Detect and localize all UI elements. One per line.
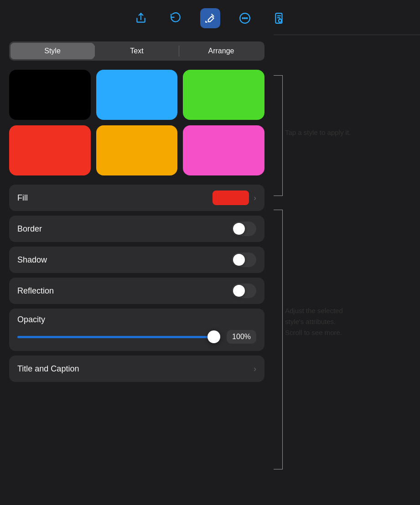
green-swatch[interactable]: [183, 70, 264, 120]
opacity-label: Opacity: [17, 315, 256, 325]
red-swatch[interactable]: [9, 125, 91, 175]
fill-color-swatch[interactable]: [213, 191, 249, 205]
border-toggle[interactable]: [232, 222, 256, 236]
properties-section: Fill › Border Shadow: [9, 185, 264, 304]
pink-swatch[interactable]: [183, 125, 264, 175]
blue-swatch[interactable]: [96, 70, 178, 120]
orange-swatch[interactable]: [96, 125, 178, 175]
reflection-right: [232, 283, 256, 298]
reflection-toggle[interactable]: [232, 283, 256, 298]
shadow-row[interactable]: Shadow: [9, 247, 264, 273]
tab-arrange[interactable]: Arrange: [179, 43, 263, 59]
reflection-toggle-knob: [233, 285, 245, 297]
title-caption-row[interactable]: Title and Caption ›: [9, 356, 264, 382]
tab-style[interactable]: Style: [10, 43, 94, 59]
black-swatch[interactable]: [9, 70, 91, 120]
shadow-right: [232, 252, 256, 267]
svg-point-4: [246, 18, 247, 19]
opacity-slider-track: [17, 336, 220, 338]
fill-right: ›: [213, 191, 256, 205]
title-caption-label: Title and Caption: [17, 364, 79, 374]
border-toggle-knob: [233, 223, 245, 235]
fill-label: Fill: [17, 193, 28, 203]
svg-point-3: [244, 18, 245, 19]
annotation-tap-style: Tap a style to apply it.: [285, 128, 351, 138]
border-label: Border: [17, 224, 42, 234]
title-caption-chevron-icon: ›: [254, 364, 256, 374]
fill-row[interactable]: Fill ›: [9, 185, 264, 211]
opacity-row: 100%: [17, 330, 256, 344]
bracket-properties: [274, 210, 283, 469]
format-button[interactable]: [200, 8, 220, 28]
opacity-slider-thumb[interactable]: [207, 330, 220, 343]
reflection-row[interactable]: Reflection: [9, 278, 264, 304]
opacity-value-display: 100%: [227, 330, 256, 344]
opacity-slider-container[interactable]: [17, 330, 220, 343]
toolbar: [0, 0, 420, 35]
tab-text[interactable]: Text: [95, 43, 179, 59]
shadow-toggle[interactable]: [232, 252, 256, 267]
reflection-label: Reflection: [17, 286, 54, 296]
undo-button[interactable]: [166, 8, 186, 28]
border-row[interactable]: Border: [9, 216, 264, 242]
document-button[interactable]: [270, 8, 290, 28]
left-panel: Style Text Arrange Fill › Border: [0, 34, 274, 505]
share-button[interactable]: [131, 8, 151, 28]
fill-chevron-icon: ›: [254, 193, 256, 203]
border-right: [232, 222, 256, 236]
opacity-section: Opacity 100%: [9, 309, 264, 351]
svg-point-2: [242, 18, 243, 19]
annotation-adjust-style: Adjust the selectedstyle's attributes.Sc…: [285, 305, 343, 338]
bracket-swatches: [274, 75, 283, 196]
segmented-control: Style Text Arrange: [9, 41, 264, 61]
shadow-toggle-knob: [233, 254, 245, 266]
more-button[interactable]: [235, 8, 255, 28]
swatches-grid: [9, 70, 264, 175]
shadow-label: Shadow: [17, 255, 47, 265]
